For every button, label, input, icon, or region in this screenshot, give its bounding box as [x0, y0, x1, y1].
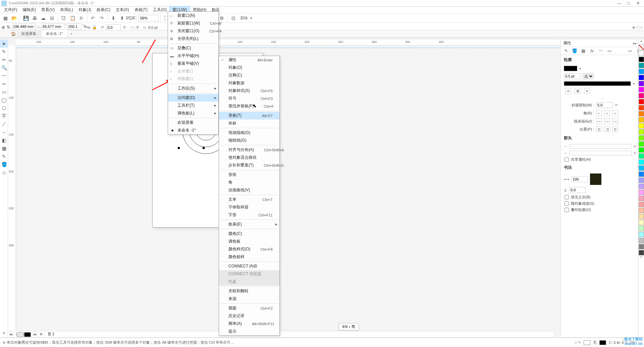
maximize-button[interactable]: □	[624, 1, 633, 6]
pos3-icon[interactable]: ⊏	[612, 126, 618, 132]
crop-tool-icon[interactable]: ✂	[0, 56, 8, 64]
color-swatch[interactable]	[639, 165, 644, 171]
guide-line[interactable]	[16, 48, 560, 48]
corner2-icon[interactable]: ⌐	[604, 110, 610, 116]
share-attrs-checkbox[interactable]	[565, 157, 569, 162]
color-swatch[interactable]	[639, 63, 644, 68]
fill-tool-icon[interactable]: 🪣	[0, 160, 8, 168]
rectangle-tool-icon[interactable]: ▭	[0, 88, 8, 96]
menu-item[interactable]: 现场指南(G)	[219, 129, 279, 137]
outline-unit-select[interactable]: 点	[583, 73, 594, 79]
export-icon[interactable]: ⬆	[118, 14, 126, 22]
import-icon[interactable]: ⬇	[109, 14, 117, 22]
menu-item[interactable]: 坐标	[219, 119, 279, 127]
menu-item[interactable]: 颜色(C)	[219, 230, 279, 238]
menu-item[interactable]: 刷新窗口(W)Ctrl+W⟳	[168, 19, 218, 27]
corner1-icon[interactable]: ⌐	[596, 110, 602, 116]
h-input[interactable]	[41, 23, 65, 30]
menu-item[interactable]: 调色板(L)	[168, 109, 218, 117]
color-swatch[interactable]	[639, 69, 644, 74]
layer-icon[interactable]: ⊡	[229, 14, 237, 22]
menu-5[interactable]: 效果(C)	[94, 6, 113, 13]
menu-item[interactable]: 关闭窗口(O)Ctrl+F4⊗	[168, 27, 218, 35]
cap2-icon[interactable]: —	[604, 118, 610, 124]
transparency-tool-icon[interactable]: ▩	[0, 144, 8, 152]
menu-item[interactable]: 全部关闭(L)⊠	[168, 35, 218, 43]
menu-item[interactable]: 调色板	[219, 238, 279, 245]
canvas[interactable]: 2001501005050100150200250300350400 50100…	[8, 40, 560, 337]
menu-item[interactable]: 字体取样器	[219, 203, 279, 211]
selection-handle[interactable]	[203, 147, 205, 149]
menu-item[interactable]: CONNECT 浏览器	[219, 270, 279, 278]
menu-item[interactable]: CONNECT 内容	[219, 262, 279, 270]
menu-1[interactable]: 编辑(E)	[20, 6, 39, 13]
outline-swatch[interactable]	[599, 340, 606, 345]
menu-item[interactable]: 变换(T)Alt+F7	[219, 112, 279, 119]
artistic-tool-icon[interactable]: ✑	[0, 80, 8, 88]
outline-tab-icon[interactable]: ✎	[562, 48, 569, 54]
color-swatch[interactable]	[639, 93, 644, 98]
menu-2[interactable]: 查看(V)	[39, 6, 57, 13]
expand-up-icon[interactable]: ︿	[560, 95, 644, 101]
menu-item[interactable]: 字形Ctrl+F11	[219, 211, 279, 219]
menu-3[interactable]: 布局(L)	[57, 6, 76, 13]
launch-dropdown[interactable]: 启动	[238, 15, 250, 20]
color-swatch[interactable]	[639, 184, 644, 189]
merge-icon[interactable]: ⊟	[48, 14, 56, 22]
dropshadow-tool-icon[interactable]: ◧	[0, 136, 8, 144]
clipboard-icon[interactable]: ⎘	[77, 14, 85, 22]
color-swatch[interactable]	[639, 208, 644, 213]
menu-item[interactable]: 连接曲线(V)	[219, 186, 279, 194]
minimize-button[interactable]: —	[614, 1, 624, 6]
menu-item[interactable]: 步长和重复(T)Ctrl+Shift+D	[219, 161, 279, 169]
menu-0[interactable]: 文件(F)	[1, 6, 20, 13]
menu-item[interactable]: 对象(O)	[219, 64, 279, 71]
y-input[interactable]	[12, 23, 35, 30]
print-icon[interactable]: 🖶	[31, 14, 39, 22]
menu-item[interactable]: 形状	[219, 171, 279, 179]
text-tool-icon[interactable]: 字	[0, 112, 8, 120]
color-swatch[interactable]	[639, 220, 644, 225]
menu-item[interactable]: 托盘	[219, 278, 279, 286]
color-swatch[interactable]	[639, 75, 644, 80]
menu-item[interactable]: 视图Ctrl+F2	[219, 304, 279, 312]
last-page-icon[interactable]: ⏭	[32, 332, 38, 336]
color-swatch[interactable]	[639, 202, 644, 207]
color-swatch[interactable]	[639, 57, 644, 62]
menu-item[interactable]: 泊坞窗(D)	[168, 94, 218, 102]
undo-icon[interactable]: ↶	[89, 14, 97, 22]
menu-item[interactable]: 工具栏(T)	[168, 102, 218, 109]
stretch-input[interactable]	[571, 176, 588, 182]
menu-item[interactable]: 颜色样式(O)Ctrl+F6	[219, 245, 279, 253]
color-swatch[interactable]	[639, 141, 644, 147]
outline-tool-icon[interactable]: ◇	[0, 168, 8, 177]
color-swatch[interactable]	[639, 226, 644, 231]
menu-item[interactable]: 来源	[219, 295, 279, 303]
add-tab-button[interactable]: +	[68, 32, 75, 36]
menu-item[interactable]: 垂直平铺(V)▯	[168, 60, 218, 67]
color-swatch[interactable]	[639, 123, 644, 129]
miter-input[interactable]	[596, 102, 613, 108]
color-swatch[interactable]	[639, 178, 644, 183]
color-swatch[interactable]	[639, 244, 644, 249]
align-l-icon[interactable]: ≡	[565, 88, 571, 94]
menu-item[interactable]: 符号Ctrl+F3	[219, 95, 279, 102]
menu-item[interactable]: 提示	[219, 328, 279, 335]
menu-4[interactable]: 对象(J)	[76, 6, 94, 13]
cap3-icon[interactable]: —	[612, 118, 618, 124]
color-swatch[interactable]	[639, 190, 644, 195]
menu-item[interactable]: 对象样式(S)Ctrl+F5	[219, 87, 279, 95]
no-color-swatch[interactable]	[639, 45, 644, 50]
menu-item[interactable]: 水平平铺(H)▬	[168, 52, 218, 60]
menu-item[interactable]: 历史记录	[219, 312, 279, 320]
pick-tool-icon[interactable]: ➤	[0, 40, 8, 48]
angle-input[interactable]	[569, 187, 586, 193]
polygon-tool-icon[interactable]: ⬠	[0, 104, 8, 112]
behind-fill-checkbox[interactable]	[565, 195, 569, 199]
first-page-icon[interactable]: ⏮	[8, 332, 14, 336]
sy-input[interactable]	[67, 23, 82, 30]
line-tool-icon[interactable]: ／	[0, 120, 8, 128]
menu-item[interactable]: 辅助线(G)	[219, 137, 279, 144]
menu-item[interactable]: 文本Ctrl+T	[219, 196, 279, 203]
color-swatch[interactable]	[639, 99, 644, 104]
